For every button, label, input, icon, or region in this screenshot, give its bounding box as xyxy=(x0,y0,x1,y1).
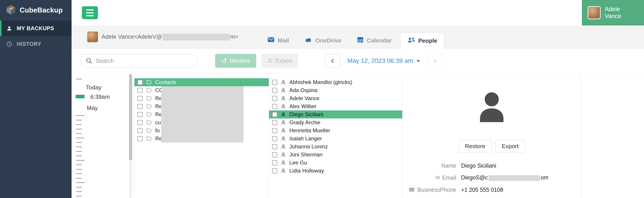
contact-row[interactable]: Ada Ospina xyxy=(269,86,402,94)
contact-row[interactable]: Lee Gu xyxy=(269,159,402,167)
detail-actions: Restore Export xyxy=(458,140,525,152)
folder-icon xyxy=(146,120,152,125)
redaction-block xyxy=(162,34,230,40)
contact-name: Grady Archie xyxy=(289,119,320,126)
tab-people[interactable]: People xyxy=(400,33,444,48)
checkbox[interactable] xyxy=(272,160,277,165)
tab-calendar[interactable]: Calendar xyxy=(350,33,398,48)
contact-row[interactable]: Henrietta Mueller xyxy=(269,126,402,134)
contact-fields: Name Diego Siciliani ✉Email DiegoS@com ☎… xyxy=(402,160,581,196)
checkbox[interactable] xyxy=(272,80,277,85)
contact-name: Joni Sherman xyxy=(289,152,322,158)
detail-export-button[interactable]: Export xyxy=(495,140,525,152)
contact-detail: Restore Export Name Diego Siciliani ✉Ema… xyxy=(402,73,581,198)
checkbox[interactable] xyxy=(272,144,277,149)
person-icon xyxy=(280,112,286,117)
sidebar-nav: MY BACKUPS HISTORY xyxy=(0,20,72,52)
next-snapshot-button[interactable]: › xyxy=(428,54,443,68)
checkbox[interactable] xyxy=(272,120,277,125)
contact-name: Diego Siciliani xyxy=(289,111,323,118)
timeline-tick xyxy=(76,133,82,134)
checkbox[interactable] xyxy=(272,96,277,101)
field-icon: ☎ xyxy=(408,186,415,193)
folder-icon xyxy=(146,88,152,93)
checkbox[interactable] xyxy=(138,112,143,117)
timeline-time-label[interactable]: 6:39am xyxy=(90,94,110,100)
contact-row[interactable]: Abhishek Mandloi (gtricks) xyxy=(269,78,402,86)
folder-name: cu xyxy=(155,119,161,126)
contact-row[interactable]: Isaiah Langer xyxy=(269,134,402,142)
search-icon xyxy=(86,57,92,65)
checkbox[interactable] xyxy=(138,80,143,85)
avatar xyxy=(588,6,600,19)
checkbox[interactable] xyxy=(138,120,143,125)
sidebar-item-history[interactable]: HISTORY xyxy=(0,36,72,52)
timeline-tick xyxy=(76,187,82,188)
menu-toggle-button[interactable] xyxy=(82,6,98,19)
timeline-tick xyxy=(76,160,84,161)
timeline-today-label[interactable]: Today xyxy=(86,84,101,91)
account-email: Adele Vance<AdeleV@m> xyxy=(102,33,238,40)
hamburger-icon xyxy=(86,10,94,10)
checkbox[interactable] xyxy=(272,112,277,117)
timeline-current-marker[interactable] xyxy=(76,95,84,98)
checkbox[interactable] xyxy=(272,168,277,174)
caret-down-icon xyxy=(416,60,420,62)
checkbox[interactable] xyxy=(138,136,143,141)
contact-row[interactable]: Adele Vance xyxy=(269,94,402,102)
checkbox[interactable] xyxy=(272,104,277,109)
user-icon xyxy=(6,26,12,32)
person-icon xyxy=(280,96,286,101)
field-value: +1 205 555 0108 xyxy=(461,186,503,193)
user-account-chip[interactable]: Adele Vance xyxy=(582,0,644,26)
timeline-scrollbar[interactable] xyxy=(129,73,132,198)
checkbox[interactable] xyxy=(138,88,143,93)
sidebar-item-my-backups[interactable]: MY BACKUPS xyxy=(0,20,72,36)
checkbox[interactable] xyxy=(138,96,143,101)
contact-row[interactable]: Diego Siciliani xyxy=(269,110,402,118)
checkbox[interactable] xyxy=(272,128,277,133)
person-icon xyxy=(280,120,286,125)
contact-row[interactable]: Alex Wilber xyxy=(269,102,402,110)
tab-label: OneDrive xyxy=(315,37,341,44)
timeline-tick xyxy=(76,164,82,165)
timeline-tick xyxy=(76,138,84,138)
contact-row[interactable]: Joni Sherman xyxy=(269,150,402,159)
contact-name: Henrietta Mueller xyxy=(289,128,330,134)
search-input[interactable] xyxy=(80,54,197,68)
contact-name: Lee Gu xyxy=(289,160,307,166)
folder-row[interactable]: Contacts xyxy=(134,78,269,86)
export-button[interactable]: Export xyxy=(261,54,298,68)
detail-field: ✉Email DiegoS@com xyxy=(402,172,581,184)
scrollbar-thumb[interactable] xyxy=(129,74,132,160)
checkbox[interactable] xyxy=(272,152,277,157)
contact-row[interactable]: Johanna Lorenz xyxy=(269,142,402,150)
restore-button[interactable]: ↺ Restore xyxy=(215,54,256,68)
contact-name: Alex Wilber xyxy=(289,103,316,110)
contact-row[interactable]: Grady Archie xyxy=(269,118,402,126)
field-label: Email xyxy=(442,174,456,181)
sidebar-item-label: MY BACKUPS xyxy=(17,25,54,32)
folder-icon xyxy=(146,136,152,142)
timeline-tick xyxy=(76,182,84,183)
checkbox[interactable] xyxy=(272,88,277,93)
contact-name: Isaiah Langer xyxy=(289,136,322,142)
tab-mail[interactable]: Mail xyxy=(261,33,296,48)
sidebar-item-label: HISTORY xyxy=(17,41,41,47)
brand[interactable]: CubeBackup xyxy=(0,0,72,20)
tab-onedrive[interactable]: OneDrive xyxy=(298,33,348,48)
snapshot-date-label: May 12, 2023 06:39 am xyxy=(347,57,413,64)
checkbox[interactable] xyxy=(272,136,277,141)
snapshot-date-dropdown[interactable]: May 12, 2023 06:39 am xyxy=(346,57,422,64)
account-name: Adele Vance xyxy=(605,6,638,20)
timeline-tick xyxy=(76,156,82,156)
contact-row[interactable]: Lidia Holloway xyxy=(269,167,402,175)
timeline-month-label: May xyxy=(87,104,98,112)
content: Today 6:39am May xyxy=(72,73,644,198)
detail-field: ☎BusinessPhone +1 205 555 0108 xyxy=(402,184,581,196)
detail-restore-button[interactable]: Restore xyxy=(458,140,492,152)
checkbox[interactable] xyxy=(138,104,143,109)
prev-snapshot-button[interactable]: ‹ xyxy=(325,54,340,68)
folder-icon xyxy=(146,128,152,134)
checkbox[interactable] xyxy=(138,128,143,133)
